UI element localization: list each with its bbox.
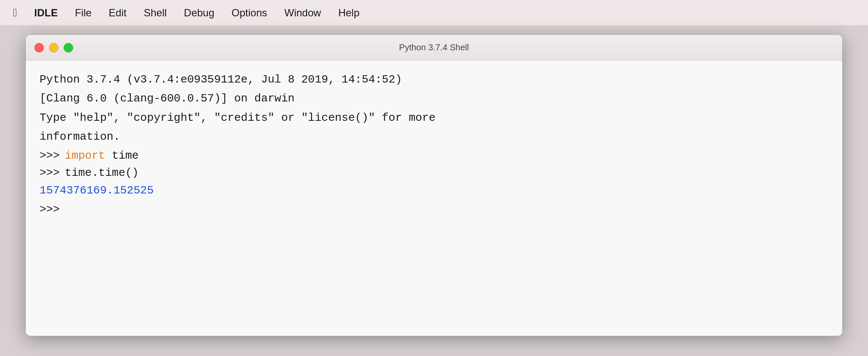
shell-content[interactable]: Python 3.7.4 (v3.7.4:e09359112e, Jul 8 2… [26, 61, 842, 336]
shell-prompt-line[interactable]: >>> [40, 201, 828, 218]
prompt-3: >>> [40, 201, 60, 218]
output-value: 1574376169.152525 [40, 182, 154, 199]
shell-output-line: 1574376169.152525 [40, 182, 828, 199]
traffic-lights [34, 43, 73, 52]
menu-item-edit[interactable]: Edit [109, 7, 126, 19]
close-button[interactable] [34, 43, 44, 52]
shell-info-line2: [Clang 6.0 (clang-600.0.57)] on darwin [40, 90, 828, 107]
window-title: Python 3.7.4 Shell [399, 43, 469, 52]
menu-item-help[interactable]: Help [338, 7, 359, 19]
shell-info-line3: Type "help", "copyright", "credits" or "… [40, 109, 828, 126]
menu-item-window[interactable]: Window [284, 7, 321, 19]
menu-item-options[interactable]: Options [231, 7, 267, 19]
cmd1-content: import time [65, 147, 139, 164]
keyword-import: import [65, 149, 105, 162]
apple-menu-icon[interactable]:  [13, 6, 17, 19]
app-window: Python 3.7.4 Shell Python 3.7.4 (v3.7.4:… [25, 34, 843, 336]
menu-bar:  IDLE File Edit Shell Debug Options Win… [0, 0, 868, 26]
minimize-button[interactable] [49, 43, 58, 52]
prompt-2: >>> [40, 164, 60, 181]
prompt-1: >>> [40, 147, 60, 164]
shell-command-line-1: >>> import time [40, 147, 828, 164]
shell-command-line-2: >>> time.time() [40, 164, 828, 181]
menu-item-shell[interactable]: Shell [144, 7, 166, 19]
menu-item-idle[interactable]: IDLE [34, 7, 58, 19]
shell-info-line4: information. [40, 128, 828, 145]
title-bar: Python 3.7.4 Shell [26, 35, 842, 61]
menu-item-file[interactable]: File [75, 7, 92, 19]
cmd2-content: time.time() [65, 164, 139, 181]
cmd1-rest: time [105, 149, 139, 162]
maximize-button[interactable] [64, 43, 73, 52]
shell-info-line1: Python 3.7.4 (v3.7.4:e09359112e, Jul 8 2… [40, 71, 828, 88]
menu-item-debug[interactable]: Debug [184, 7, 215, 19]
